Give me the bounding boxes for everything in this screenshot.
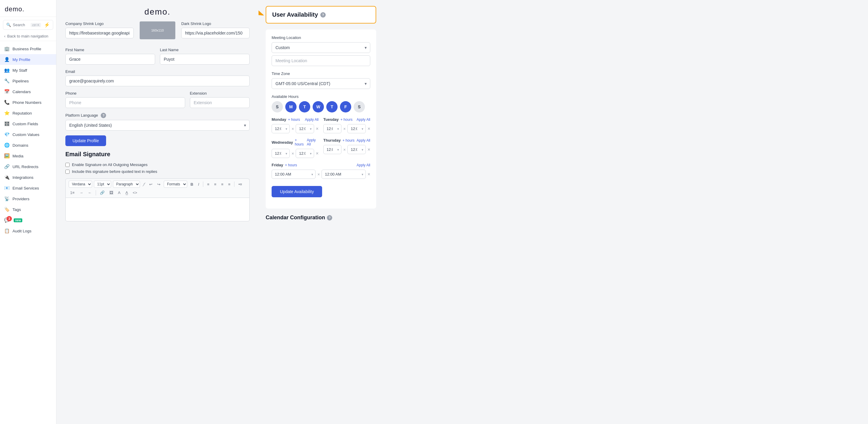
align-right-btn[interactable]: ≡ <box>220 181 225 188</box>
phone-input[interactable] <box>65 97 185 108</box>
sidebar-item-business-profile[interactable]: 🏢 Business Profile <box>0 44 56 54</box>
unordered-list-btn[interactable]: •≡ <box>237 181 243 188</box>
sidebar-item-custom-fields[interactable]: 🎛️ Custom Fields <box>0 118 56 129</box>
timezone-select[interactable]: GMT-05:00 US/Central (CDT) <box>272 78 370 89</box>
day-pill-tue[interactable]: T <box>299 101 310 112</box>
last-name-input[interactable] <box>160 54 250 64</box>
sidebar-item-providers[interactable]: 📡 Providers <box>0 193 56 204</box>
enable-signature-checkbox-label[interactable]: Enable Signature on All Outgoing Message… <box>65 163 250 167</box>
day-pill-sun[interactable]: S <box>272 101 283 112</box>
platform-language-help-icon[interactable]: ? <box>101 113 106 118</box>
sidebar-item-chat[interactable]: 💬 3 new <box>0 215 56 226</box>
monday-end-time[interactable]: 12:00 AM <box>296 124 314 133</box>
sidebar-item-my-staff[interactable]: 👥 My Staff <box>0 65 56 76</box>
format-select[interactable]: Paragraph <box>113 180 140 188</box>
tuesday-apply-all[interactable]: Apply All <box>356 117 370 122</box>
outdent-btn[interactable]: ← <box>87 190 93 196</box>
extension-input[interactable] <box>190 97 250 108</box>
friday-remove-btn[interactable]: × <box>368 172 370 177</box>
sidebar-item-phone-numbers[interactable]: 📞 Phone Numbers <box>0 97 56 108</box>
sidebar-item-label: Email Services <box>12 186 39 191</box>
monday-add-hours[interactable]: + hours <box>288 117 300 122</box>
include-signature-checkbox[interactable] <box>65 170 69 174</box>
italic-btn[interactable]: I <box>196 181 200 188</box>
code-btn[interactable]: <> <box>131 190 139 196</box>
link-btn[interactable]: 🔗 <box>98 190 106 196</box>
sidebar-item-media[interactable]: 🖼️ Media <box>0 150 56 161</box>
color-btn[interactable]: A <box>117 190 122 196</box>
monday-start-time[interactable]: 12:00 AM <box>272 124 290 133</box>
domains-icon: 🌐 <box>4 143 9 148</box>
include-signature-checkbox-label[interactable]: Include this signature before quoted tex… <box>65 169 250 174</box>
sidebar-item-audit-logs[interactable]: 📋 Audit Logs <box>0 226 56 236</box>
bg-color-btn[interactable]: A̲ <box>124 190 130 196</box>
friday-start-time[interactable]: 12:00 AM <box>272 170 316 179</box>
sidebar-item-domains[interactable]: 🌐 Domains <box>0 140 56 150</box>
thursday-apply-all[interactable]: Apply All <box>356 138 370 143</box>
wednesday-apply-all[interactable]: Apply All <box>307 138 318 146</box>
update-availability-button[interactable]: Update Availability <box>272 186 322 197</box>
tuesday-start-time[interactable]: 12:00 AM <box>323 124 341 133</box>
meeting-location-select[interactable]: Custom <box>272 42 370 53</box>
monday-remove-btn[interactable]: × <box>316 126 318 132</box>
company-shrink-logo-input[interactable] <box>65 28 134 38</box>
ordered-list-btn[interactable]: 1≡ <box>69 190 76 196</box>
sidebar-item-email-services[interactable]: 📧 Email Services <box>0 183 56 193</box>
meeting-location-input[interactable] <box>272 55 370 66</box>
sidebar-item-pipelines[interactable]: 🔧 Pipelines <box>0 76 56 86</box>
thursday-label: Thursday <box>323 138 341 143</box>
sidebar-item-reputation[interactable]: ⭐ Reputation <box>0 108 56 118</box>
friday-apply-all[interactable]: Apply All <box>356 163 370 167</box>
sidebar-item-integrations[interactable]: 🔌 Integrations <box>0 172 56 183</box>
wednesday-start-time[interactable]: 12:00 AM <box>272 149 290 158</box>
monday-apply-all[interactable]: Apply All <box>305 117 318 122</box>
thursday-add-hours[interactable]: + hours <box>343 138 354 143</box>
update-profile-button[interactable]: Update Profile <box>65 135 106 146</box>
align-left-btn[interactable]: ≡ <box>206 181 211 188</box>
sidebar-item-url-redirects[interactable]: 🔗 URL Redirects <box>0 161 56 172</box>
wednesday-end-time[interactable]: 12:00 AM <box>296 149 314 158</box>
day-pill-thu[interactable]: T <box>326 101 338 112</box>
tuesday-remove-btn[interactable]: × <box>368 126 370 132</box>
undo-btn[interactable]: ↩ <box>148 181 154 188</box>
indent-btn[interactable]: → <box>78 190 85 196</box>
font-select[interactable]: Verdana <box>69 180 92 188</box>
align-justify-btn[interactable]: ≡ <box>227 181 232 188</box>
day-pill-sat[interactable]: S <box>353 101 365 112</box>
friday-add-hours[interactable]: + hours <box>285 163 297 167</box>
search-bar[interactable]: 🔍 Search ctrl K ⚡ <box>3 20 53 30</box>
sidebar-item-custom-values[interactable]: 💎 Custom Values <box>0 129 56 140</box>
wednesday-add-hours[interactable]: + hours <box>295 138 305 146</box>
tuesday-end-time[interactable]: 12:00 AM <box>347 124 366 133</box>
sidebar-item-tags[interactable]: 🏷️ Tags <box>0 204 56 215</box>
enable-signature-checkbox[interactable] <box>65 163 69 167</box>
thursday-start-time[interactable]: 12:00 AM <box>323 145 341 154</box>
first-name-input[interactable] <box>65 54 155 64</box>
wednesday-remove-btn[interactable]: × <box>316 151 318 156</box>
day-pill-mon[interactable]: M <box>285 101 297 112</box>
user-availability-help-icon[interactable]: ? <box>320 12 326 18</box>
size-select[interactable]: 11pt <box>94 180 111 188</box>
italic-format-btn[interactable]: 𝑓 <box>142 181 146 188</box>
sidebar-item-label: Audit Logs <box>12 229 31 233</box>
day-pill-wed[interactable]: W <box>313 101 324 112</box>
thursday-remove-btn[interactable]: × <box>368 147 370 152</box>
redo-btn[interactable]: ↪ <box>156 181 162 188</box>
thursday-end-time[interactable]: 12:00 AM <box>347 145 366 154</box>
back-to-main-nav[interactable]: ‹ Back to main navigation <box>0 32 56 41</box>
signature-editor[interactable] <box>65 198 250 221</box>
sidebar-item-my-profile[interactable]: 👤 My Profile <box>0 54 56 65</box>
hours-tuesday: Tuesday + hours Apply All 12:00 AM × 12:… <box>323 117 370 133</box>
dark-shrink-logo-input[interactable] <box>181 28 250 38</box>
friday-end-time[interactable]: 12:00 AM <box>321 170 366 179</box>
email-input[interactable] <box>65 76 250 86</box>
align-center-btn[interactable]: ≡ <box>213 181 218 188</box>
tuesday-add-hours[interactable]: + hours <box>341 117 352 122</box>
bold-btn[interactable]: B <box>189 181 195 188</box>
sidebar-item-calendars[interactable]: 📅 Calendars <box>0 86 56 97</box>
day-pill-fri[interactable]: F <box>340 101 351 112</box>
formats-select[interactable]: Formats <box>164 180 187 188</box>
platform-language-select[interactable]: English (United States) <box>65 120 250 131</box>
calendar-config-help-icon[interactable]: ? <box>327 215 332 221</box>
image-btn[interactable]: 🖼 <box>108 190 115 196</box>
